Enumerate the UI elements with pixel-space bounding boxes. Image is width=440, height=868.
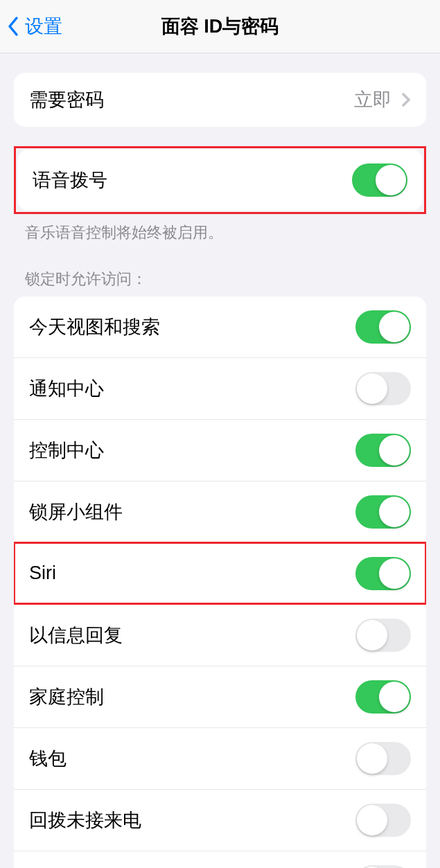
lock-access-toggle[interactable] [355,804,411,837]
row-label: 锁屏小组件 [29,499,123,524]
row-label: 语音拨号 [33,168,107,193]
lock-access-row: 回拨未接来电 [14,789,426,851]
chevron-right-icon [401,92,411,107]
lock-access-toggle[interactable] [355,619,411,652]
lock-access-header: 锁定时允许访问： [0,269,440,296]
lock-access-toggle[interactable] [355,434,411,467]
lock-access-row: 以信息回复 [14,604,426,666]
lock-access-toggle[interactable] [355,310,411,344]
row-label: 回拨未接来电 [29,808,141,833]
lock-access-toggle[interactable] [355,742,411,775]
voice-dial-footer: 音乐语音控制将始终被启用。 [0,214,440,244]
back-button[interactable]: 设置 [0,14,62,39]
voice-dial-group: 语音拨号 [17,150,423,211]
lock-access-row: 钱包 [14,727,426,789]
row-label: 需要密码 [29,87,104,112]
lock-access-row: 家庭控制 [14,666,426,727]
row-label: 以信息回复 [29,623,123,648]
lock-access-row: Siri [14,542,426,604]
row-label: 通知中心 [29,376,104,401]
row-label: 钱包 [29,746,67,771]
row-label: Siri [29,563,56,584]
lock-access-toggle[interactable] [355,865,411,868]
require-passcode-row[interactable]: 需要密码 立即 [14,73,426,127]
back-label: 设置 [25,14,62,39]
page-title: 面容 ID与密码 [161,14,279,39]
lock-access-group: 今天视图和搜索通知中心控制中心锁屏小组件Siri以信息回复家庭控制钱包回拨未接来… [14,296,426,868]
require-passcode-group: 需要密码 立即 [14,73,426,127]
voice-dial-row: 语音拨号 [17,150,423,211]
lock-access-row: 今天视图和搜索 [14,296,426,357]
chevron-left-icon [7,16,21,37]
row-label: 控制中心 [29,438,104,463]
lock-access-row: 控制中心 [14,419,426,481]
lock-access-row: 通知中心 [14,357,426,419]
lock-access-toggle[interactable] [355,557,411,590]
voice-dial-highlight: 语音拨号 [14,146,426,214]
navigation-header: 设置 面容 ID与密码 [0,0,440,53]
lock-access-row: USB配件 [14,851,426,868]
settings-content: 需要密码 立即 语音拨号 音乐语音控制将始终被启用。 锁定时允许访问： [0,73,440,868]
lock-access-toggle[interactable] [355,495,411,529]
lock-access-row: 锁屏小组件 [14,481,426,542]
row-value: 立即 [354,87,391,112]
row-label: 今天视图和搜索 [29,315,160,339]
lock-access-toggle[interactable] [355,680,411,714]
voice-dial-toggle[interactable] [352,163,407,197]
lock-access-toggle[interactable] [355,372,411,405]
row-label: 家庭控制 [29,684,104,709]
